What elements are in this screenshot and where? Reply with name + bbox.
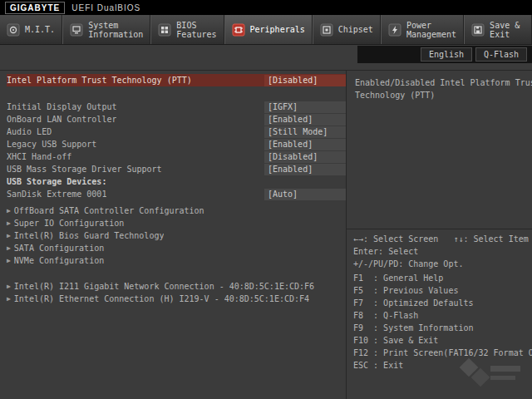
tab-label: System Information <box>88 21 143 39</box>
submenu-label: Super IO Configuration <box>14 219 124 228</box>
key-line: ←→: Select Screen ↑↓: Select Item <box>353 233 532 245</box>
qflash-button[interactable]: Q-Flash <box>475 47 527 62</box>
setting-value[interactable]: [IGFX] <box>264 101 346 113</box>
setting-row-sandisk[interactable]: SanDisk Extreme 0001 [Auto] <box>7 188 346 200</box>
submenu-arrow-icon: ▶ <box>7 207 11 214</box>
info-panel: Enabled/Disabled Intel Platform Trust Te… <box>346 71 532 399</box>
setting-label: Intel Platform Trust Technology (PTT) <box>7 76 192 85</box>
key-line: F8 : Q-Flash <box>353 309 532 322</box>
setting-row-xhci[interactable]: XHCI Hand-off [Disabled] <box>7 150 346 163</box>
key-line: ESC : Exit <box>353 359 532 372</box>
tab-peripherals[interactable]: Peripherals <box>224 15 313 44</box>
chipset-icon <box>320 23 333 37</box>
setting-value[interactable]: [Still Mode] <box>264 126 346 138</box>
setting-row-ptt[interactable]: Intel Platform Trust Technology (PTT) [D… <box>7 74 346 86</box>
submenu-arrow-icon: ▶ <box>7 283 11 290</box>
tab-bios-features[interactable]: BIOS Features <box>150 15 224 44</box>
bios-grid-icon <box>158 23 171 37</box>
language-button[interactable]: English <box>421 47 472 62</box>
tab-bar: M.I.T. System Information BIOS Features … <box>0 15 532 45</box>
mit-gear-icon <box>7 23 20 37</box>
utility-bar: English Q-Flash <box>357 46 532 63</box>
settings-panel: Intel Platform Trust Technology (PTT) [D… <box>0 71 346 399</box>
key-line: F5 : Previous Values <box>353 284 532 297</box>
setting-label: SanDisk Extreme 0001 <box>7 190 106 199</box>
save-disk-icon <box>471 23 485 37</box>
key-line: F9 : System Information <box>353 322 532 334</box>
power-bolt-icon <box>388 23 401 37</box>
submenu-label: Intel(R) Bios Guard Technology <box>14 231 165 240</box>
title-bar: GIGABYTE UEFI DualBIOS <box>0 0 532 15</box>
submenu-sata-config[interactable]: ▶ SATA Configuration <box>7 242 346 254</box>
setting-value[interactable]: [Auto] <box>264 189 346 200</box>
usb-storage-devices-header: USB Storage Devices: <box>7 175 346 188</box>
tab-power-management[interactable]: Power Management <box>381 15 464 44</box>
setting-row-audio-led[interactable]: Audio LED [Still Mode] <box>7 126 346 138</box>
setting-value[interactable]: [Enabled] <box>264 114 346 126</box>
main-area: Intel Platform Trust Technology (PTT) [D… <box>0 70 532 399</box>
submenu-label: OffBoard SATA Controller Configuration <box>14 206 204 215</box>
key-line: F7 : Optimized Defaults <box>353 297 532 309</box>
key-legend: ←→: Select Screen ↑↓: Select Item Enter:… <box>347 229 532 399</box>
setting-value[interactable]: [Enabled] <box>264 139 346 150</box>
submenu-bios-guard[interactable]: ▶ Intel(R) Bios Guard Technology <box>7 229 346 242</box>
firmware-title: UEFI DualBIOS <box>71 3 140 12</box>
submenu-label: Intel(R) I211 Gigabit Network Connection… <box>14 282 314 291</box>
key-line: +/-/PU/PD: Change Opt. <box>353 258 532 270</box>
tab-system-information[interactable]: System Information <box>62 15 150 44</box>
submenu-arrow-icon: ▶ <box>7 257 11 264</box>
setting-row-initial-display[interactable]: Initial Display Output [IGFX] <box>7 101 346 113</box>
peripherals-chip-icon <box>232 23 245 37</box>
setting-row-lan[interactable]: OnBoard LAN Controller [Enabled] <box>7 113 346 126</box>
submenu-label: Intel(R) Ethernet Connection (H) I219-V … <box>14 294 309 303</box>
tab-mit[interactable]: M.I.T. <box>0 15 62 44</box>
setting-row-legacy-usb[interactable]: Legacy USB Support [Enabled] <box>7 138 346 150</box>
setting-label: Initial Display Output <box>7 102 116 111</box>
submenu-arrow-icon: ▶ <box>7 295 11 303</box>
setting-label: Legacy USB Support <box>7 140 96 149</box>
key-line: F1 : General Help <box>353 272 532 284</box>
submenu-label: NVMe Configuration <box>14 256 104 265</box>
setting-value[interactable]: [Enabled] <box>264 164 346 175</box>
tab-label: BIOS Features <box>176 21 216 39</box>
submenu-nvme-config[interactable]: ▶ NVMe Configuration <box>7 254 346 267</box>
tab-label: Power Management <box>406 21 456 39</box>
setting-value[interactable]: [Disabled] <box>264 151 346 163</box>
tab-save-exit[interactable]: Save & Exit <box>464 15 532 44</box>
submenu-i211-network[interactable]: ▶ Intel(R) I211 Gigabit Network Connecti… <box>7 280 346 293</box>
setting-label: OnBoard LAN Controller <box>7 115 116 124</box>
setting-label: USB Mass Storage Driver Support <box>7 165 162 174</box>
help-text: Enabled/Disabled Intel Platform Trust Te… <box>347 71 532 229</box>
tab-label: Chipset <box>338 25 373 34</box>
submenu-arrow-icon: ▶ <box>7 219 11 227</box>
submenu-arrow-icon: ▶ <box>7 244 11 252</box>
system-info-icon <box>70 23 83 37</box>
submenu-super-io[interactable]: ▶ Super IO Configuration <box>7 217 346 229</box>
key-line: F10 : Save & Exit <box>353 334 532 347</box>
submenu-arrow-icon: ▶ <box>7 232 11 239</box>
tab-label: M.I.T. <box>25 25 55 34</box>
setting-label: XHCI Hand-off <box>7 152 71 161</box>
gigabyte-logo: GIGABYTE <box>5 2 65 14</box>
tab-label: Peripherals <box>250 25 305 34</box>
tab-chipset[interactable]: Chipset <box>313 15 381 44</box>
submenu-i219v-network[interactable]: ▶ Intel(R) Ethernet Connection (H) I219-… <box>7 293 346 305</box>
bios-screen: GIGABYTE UEFI DualBIOS M.I.T. System Inf… <box>0 0 532 399</box>
key-line: F12 : Print Screen(FAT16/32 Format Only) <box>353 347 532 359</box>
tab-label: Save & Exit <box>490 21 525 39</box>
section-label: USB Storage Devices: <box>7 177 106 186</box>
submenu-offboard-sata[interactable]: ▶ OffBoard SATA Controller Configuration <box>7 204 346 217</box>
submenu-label: SATA Configuration <box>14 244 104 253</box>
setting-value[interactable]: [Disabled] <box>264 75 346 86</box>
setting-label: Audio LED <box>7 127 52 136</box>
key-line: Enter: Select <box>353 245 532 258</box>
setting-row-usb-mass-storage[interactable]: USB Mass Storage Driver Support [Enabled… <box>7 163 346 175</box>
